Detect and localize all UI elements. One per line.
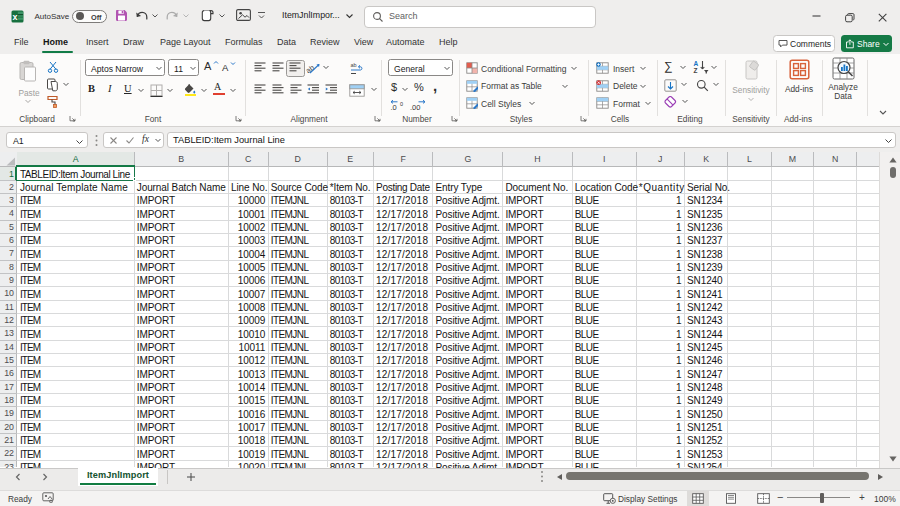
svg-text:x: x xyxy=(13,11,18,21)
svg-text:0: 0 xyxy=(400,101,403,107)
svg-text:ab: ab xyxy=(351,62,357,68)
svg-text:A: A xyxy=(694,60,699,67)
svg-text:.0: .0 xyxy=(391,103,397,112)
svg-text:.00: .00 xyxy=(410,103,420,112)
svg-text:Z: Z xyxy=(694,67,698,74)
